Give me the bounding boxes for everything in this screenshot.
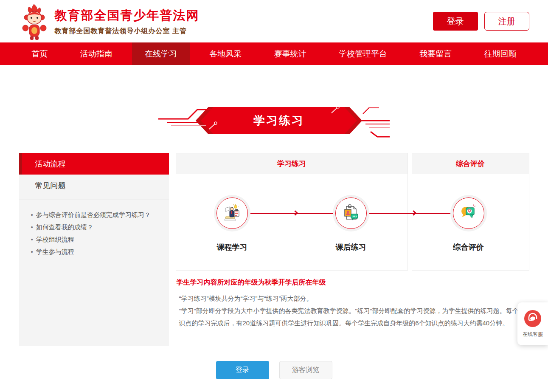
nav-item-school-platform[interactable]: 学校管理平台 bbox=[326, 42, 400, 65]
site-title: 教育部全国青少年普法网 bbox=[55, 7, 200, 24]
sidebar-tab-faq[interactable]: 常见问题 bbox=[19, 175, 169, 196]
nav-item-home[interactable]: 首页 bbox=[19, 42, 61, 65]
nav-item-activity-guide[interactable]: 活动指南 bbox=[67, 42, 125, 65]
faq-question-3[interactable]: 学校组织流程 bbox=[31, 233, 163, 245]
flow-step-comprehensive-evaluation: 综合评价 bbox=[441, 195, 496, 252]
faq-question-4[interactable]: 学生参与流程 bbox=[31, 245, 163, 258]
header-login-button[interactable]: 登录 bbox=[433, 12, 478, 31]
guest-browse-button[interactable]: 游客浏览 bbox=[279, 361, 332, 379]
brand[interactable]: 教育部全国青少年普法网 教育部全国教育普法领导小组办公室 主管 bbox=[19, 2, 200, 41]
site-header: 教育部全国青少年普法网 教育部全国教育普法领导小组办公室 主管 登录 注册 bbox=[0, 0, 548, 42]
flow-step-after-class-practice-label: 课后练习 bbox=[323, 242, 379, 252]
description-paragraphs: “学习练习”模块共分为“学习”与“练习”两大部分。 “学习”部分即分学段为大中小… bbox=[176, 292, 529, 329]
flow-step-course-study-label: 课程学习 bbox=[205, 242, 260, 252]
nav-item-past-reviews[interactable]: 往期回顾 bbox=[471, 42, 529, 65]
comprehensive-evaluation-icon bbox=[459, 204, 478, 223]
online-service-widget[interactable]: 在线客服 bbox=[517, 302, 548, 345]
header-register-button[interactable]: 注册 bbox=[484, 12, 529, 31]
faq-question-2[interactable]: 如何查看我的成绩？ bbox=[31, 221, 163, 233]
grade-notice: 学生学习内容所对应的年级为秋季开学后所在年级 bbox=[176, 278, 529, 287]
nav-item-competition-stats[interactable]: 赛事统计 bbox=[261, 42, 319, 65]
site-subtitle: 教育部全国教育普法领导小组办公室 主管 bbox=[55, 27, 200, 36]
banner-title: 学习练习 bbox=[196, 107, 362, 134]
panel-comprehensive-evaluation-title: 综合评价 bbox=[412, 153, 529, 174]
main-nav: 首页 活动指南 在线学习 各地风采 赛事统计 学校管理平台 我要留言 往期回顾 bbox=[0, 42, 548, 65]
section-banner: 学习练习 bbox=[158, 102, 390, 138]
flow-step-after-class-practice: 课后练习 bbox=[323, 195, 379, 252]
mascot-logo bbox=[19, 3, 50, 41]
description-paragraph-1: “学习练习”模块共分为“学习”与“练习”两大部分。 bbox=[176, 292, 529, 305]
sidebar-tab-activity-flow[interactable]: 活动流程 bbox=[19, 153, 169, 175]
flow-line-2 bbox=[369, 213, 451, 214]
online-service-label: 在线客服 bbox=[523, 331, 543, 338]
faq-question-1[interactable]: 参与综合评价前是否必须完成学习练习？ bbox=[31, 209, 163, 221]
nav-item-online-learning[interactable]: 在线学习 bbox=[132, 42, 190, 65]
panel-study-practice-title: 学习练习 bbox=[176, 153, 407, 174]
faq-question-list: 参与综合评价前是否必须完成学习练习？ 如何查看我的成绩？ 学校组织流程 学生参与… bbox=[19, 200, 169, 258]
customer-service-icon bbox=[524, 310, 542, 327]
nav-item-leave-message[interactable]: 我要留言 bbox=[407, 42, 464, 65]
after-class-practice-icon bbox=[342, 204, 360, 223]
flow-panels: 学习练习 综合评价 bbox=[176, 153, 529, 271]
description-paragraph-2: “学习”部分即分学段为大中小学提供的各类宪法教育教学资源。“练习”部分即配套的学… bbox=[176, 305, 529, 329]
nav-item-local-highlights[interactable]: 各地风采 bbox=[197, 42, 254, 65]
login-button[interactable]: 登录 bbox=[216, 361, 269, 379]
flow-line-1 bbox=[250, 213, 333, 214]
main-content: 学习练习 综合评价 bbox=[176, 153, 529, 346]
sidebar: 活动流程 常见问题 参与综合评价前是否必须完成学习练习？ 如何查看我的成绩？ 学… bbox=[19, 153, 169, 346]
course-study-icon bbox=[223, 204, 242, 223]
bottom-actions: 登录 游客浏览 bbox=[19, 361, 529, 379]
flow-step-comprehensive-evaluation-label: 综合评价 bbox=[441, 242, 496, 252]
flow-step-course-study: 课程学习 bbox=[205, 195, 260, 252]
